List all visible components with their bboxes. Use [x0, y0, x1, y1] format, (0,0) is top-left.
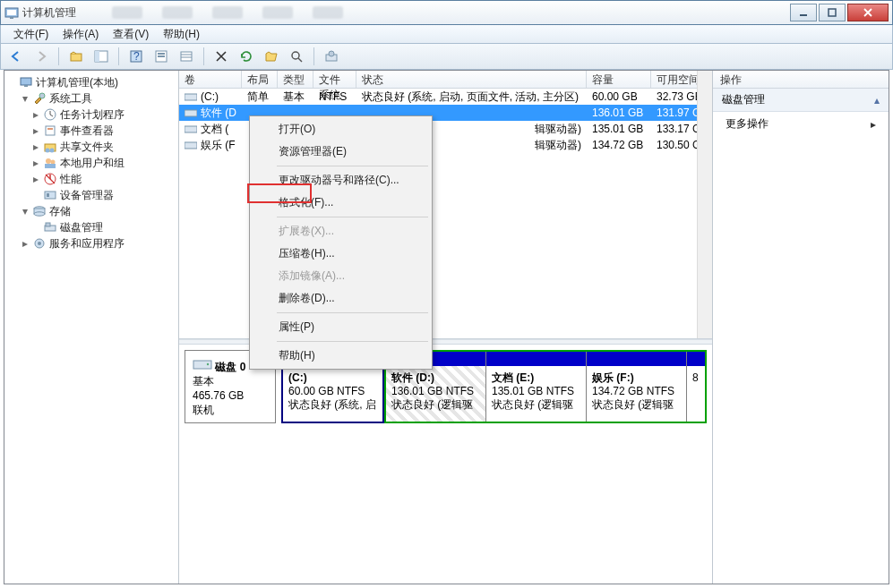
svg-point-16	[292, 52, 299, 59]
svg-rect-4	[829, 9, 836, 16]
ctx-change-letter[interactable]: 更改驱动器号和路径(C)...	[252, 169, 430, 192]
ctx-help[interactable]: 帮助(H)	[252, 345, 430, 367]
volume-row[interactable]: (C:) 简单 基本 NTFS 状态良好 (系统, 启动, 页面文件, 活动, …	[179, 89, 712, 105]
title-bar: 计算机管理	[0, 0, 893, 25]
svg-rect-25	[47, 128, 53, 130]
drive-icon	[185, 91, 197, 102]
partition-e[interactable]: 文档 (E:) 135.01 GB NTFS 状态良好 (逻辑驱	[486, 352, 587, 422]
disk-mgmt-icon	[43, 220, 57, 234]
svg-rect-7	[95, 51, 99, 62]
maximize-button[interactable]	[819, 4, 846, 21]
col-status[interactable]: 状态	[356, 71, 587, 88]
actions-pane: 操作 磁盘管理 ▴ 更多操作 ▸	[713, 71, 889, 584]
computer-icon	[19, 75, 33, 89]
col-type[interactable]: 类型	[278, 71, 313, 88]
services-icon	[32, 236, 47, 251]
svg-point-19	[329, 51, 334, 56]
menu-bar: 文件(F) 操作(A) 查看(V) 帮助(H)	[0, 25, 893, 44]
svg-line-17	[298, 58, 302, 62]
drive-icon	[185, 140, 197, 150]
toolbar: ?	[0, 44, 893, 70]
col-capacity[interactable]: 容量	[587, 71, 651, 88]
minimize-button[interactable]	[790, 4, 817, 21]
svg-rect-43	[185, 110, 197, 116]
tree-local-users[interactable]: ▸ 本地用户和组	[6, 155, 176, 171]
ctx-shrink[interactable]: 压缩卷(H)...	[252, 243, 430, 265]
ctx-explorer[interactable]: 资源管理器(E)	[252, 141, 430, 163]
svg-rect-34	[47, 193, 49, 197]
drive-icon	[185, 124, 197, 134]
folder-open-icon[interactable]	[262, 47, 281, 66]
ctx-properties[interactable]: 属性(P)	[252, 316, 430, 338]
tree-root[interactable]: 计算机管理(本地)	[6, 74, 176, 90]
svg-point-27	[46, 149, 50, 153]
event-icon	[43, 124, 57, 138]
partition-tail[interactable]: 8	[687, 352, 705, 422]
list-icon[interactable]	[176, 47, 196, 66]
disk-map: 磁盘 0 基本 465.76 GB 联机 (C:) 60.00 GB NTFS …	[179, 345, 712, 584]
refresh-icon[interactable]	[236, 47, 256, 66]
menu-action[interactable]: 操作(A)	[56, 25, 106, 44]
close-button[interactable]	[847, 4, 889, 21]
actions-more[interactable]: 更多操作 ▸	[713, 112, 889, 136]
svg-rect-3	[800, 14, 807, 16]
properties-icon[interactable]	[151, 47, 171, 66]
svg-point-22	[39, 93, 45, 98]
ctx-extend: 扩展卷(X)...	[252, 220, 430, 243]
col-layout[interactable]: 布局	[242, 71, 278, 88]
ctx-open[interactable]: 打开(O)	[252, 118, 430, 141]
svg-rect-42	[185, 94, 197, 100]
scrollbar[interactable]	[697, 71, 712, 338]
search-icon[interactable]	[287, 47, 306, 66]
forward-button[interactable]	[31, 47, 51, 66]
tree-disk-mgmt[interactable]: 磁盘管理	[6, 219, 176, 235]
menu-file[interactable]: 文件(F)	[6, 25, 56, 44]
collapse-icon[interactable]: ▾	[20, 94, 30, 104]
tree-shared-folders[interactable]: ▸ 共享文件夹	[6, 139, 176, 155]
tree-task-scheduler[interactable]: ▸ 任务计划程序	[6, 107, 176, 123]
drive-icon	[185, 107, 197, 118]
svg-point-28	[50, 149, 55, 153]
ctx-mirror: 添加镜像(A)...	[252, 265, 430, 287]
svg-rect-2	[10, 17, 13, 19]
svg-text:?: ?	[133, 50, 140, 63]
svg-rect-39	[46, 223, 50, 226]
clock-icon	[43, 107, 57, 122]
svg-rect-12	[158, 55, 165, 57]
performance-icon	[43, 172, 57, 186]
disk-settings-icon[interactable]	[322, 47, 341, 66]
tree-root-label: 计算机管理(本地)	[36, 75, 118, 90]
col-fs[interactable]: 文件系统	[313, 71, 356, 88]
actions-section[interactable]: 磁盘管理 ▴	[713, 89, 889, 112]
disk-icon	[193, 361, 212, 373]
svg-rect-44	[185, 126, 197, 132]
chevron-up-icon: ▴	[874, 94, 880, 107]
ctx-format[interactable]: 格式化(F)...	[252, 192, 430, 214]
actions-header: 操作	[713, 71, 889, 89]
title-blur	[76, 6, 790, 19]
help-icon[interactable]: ?	[126, 47, 146, 66]
tree-device-manager[interactable]: 设备管理器	[6, 187, 176, 203]
tree-storage[interactable]: ▾ 存储	[6, 203, 176, 219]
context-menu: 打开(O) 资源管理器(E) 更改驱动器号和路径(C)... 格式化(F)...…	[249, 115, 433, 370]
svg-point-30	[51, 160, 56, 165]
back-button[interactable]	[6, 47, 26, 66]
up-folder-icon[interactable]	[66, 47, 86, 66]
tools-icon	[32, 91, 47, 106]
tree-system-tools[interactable]: ▾ 系统工具	[6, 90, 176, 107]
svg-point-47	[207, 363, 209, 365]
col-volume[interactable]: 卷	[179, 71, 242, 88]
tree-services[interactable]: ▸ 服务和应用程序	[6, 235, 176, 251]
menu-help[interactable]: 帮助(H)	[156, 25, 207, 44]
svg-rect-21	[24, 85, 28, 87]
tree-performance[interactable]: ▸ 性能	[6, 171, 176, 187]
svg-rect-1	[7, 10, 16, 15]
partition-f[interactable]: 娱乐 (F:) 134.72 GB NTFS 状态良好 (逻辑驱	[587, 352, 687, 422]
svg-rect-5	[71, 54, 82, 61]
ctx-delete[interactable]: 删除卷(D)...	[252, 287, 430, 310]
show-hide-tree-icon[interactable]	[91, 47, 111, 66]
delete-icon[interactable]	[211, 47, 231, 66]
tree-event-viewer[interactable]: ▸ 事件查看器	[6, 123, 176, 139]
menu-view[interactable]: 查看(V)	[106, 25, 156, 44]
svg-rect-11	[158, 53, 165, 55]
